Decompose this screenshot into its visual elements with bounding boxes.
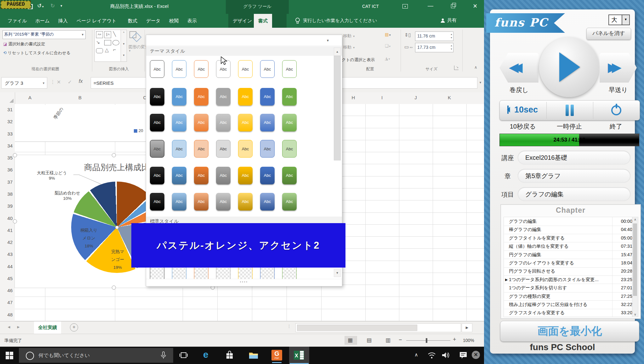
power-button[interactable]: [593, 101, 640, 120]
row-header-42[interactable]: 42: [0, 240, 13, 245]
chapter-scroll-thumb[interactable]: [633, 223, 637, 296]
tab-format[interactable]: 書式: [254, 14, 272, 28]
column-header-K[interactable]: K: [448, 95, 451, 100]
tab-4[interactable]: 数式: [123, 14, 142, 28]
style-swatch-r5-c6[interactable]: Abc: [260, 167, 275, 184]
name-box-dropdown-icon[interactable]: ▼: [42, 78, 45, 89]
edge-icon[interactable]: e: [203, 349, 208, 360]
tab-5[interactable]: データ: [142, 14, 165, 28]
style-swatch-r3-c7[interactable]: Abc: [282, 114, 297, 131]
qat-customize-icon[interactable]: ▾: [60, 4, 62, 8]
gallery-scroll-down[interactable]: ▼: [334, 269, 341, 277]
style-swatch-r2-c7[interactable]: Abc: [282, 88, 297, 106]
style-swatch-r5-c2[interactable]: Abc: [172, 167, 186, 184]
style-swatch-r4-c6[interactable]: Abc: [260, 140, 275, 158]
style-swatch-r1-c5[interactable]: Abc: [238, 60, 253, 78]
style-swatch-r4-c4[interactable]: Abc: [216, 140, 231, 158]
chart-handle-leftmid[interactable]: [13, 219, 17, 223]
zoom-out-icon[interactable]: −: [399, 337, 402, 343]
row-header-36[interactable]: 36: [0, 167, 13, 172]
task-view-icon[interactable]: [180, 351, 188, 361]
row-header-45[interactable]: 45: [0, 276, 13, 281]
horizontal-scrollbar[interactable]: [295, 323, 461, 332]
sheet-nav-right-icon[interactable]: ►: [16, 325, 20, 329]
style-swatch-r1-c6[interactable]: Abc: [260, 60, 275, 78]
zoom-slider-handle[interactable]: [426, 338, 427, 343]
chapter-row-1[interactable]: 棒グラフの編集04:40: [504, 225, 635, 234]
rewind-button[interactable]: ◀◀: [499, 53, 539, 83]
row-header-37[interactable]: 37: [0, 179, 13, 185]
gallery-resize-handle[interactable]: ••••: [146, 279, 342, 286]
tab-3[interactable]: ページ レイアウト: [72, 14, 121, 28]
chapter-row-5[interactable]: グラフのレイアウトを変更する18:04: [504, 259, 635, 268]
expand-formula-bar-icon[interactable]: ▼: [479, 81, 482, 84]
style-swatch-r4-c7[interactable]: Abc: [282, 140, 297, 158]
cortana-search-box[interactable]: 何でも聞いてください: [19, 348, 173, 363]
mic-icon[interactable]: [160, 351, 167, 361]
chapter-row-9[interactable]: グラフの種類の変更27:25: [504, 292, 635, 301]
row-header-47[interactable]: 47: [0, 300, 13, 305]
style-swatch-r2-c5[interactable]: Abc: [238, 88, 253, 106]
speaker-icon[interactable]: [442, 351, 450, 360]
select-all-corner[interactable]: [0, 92, 15, 104]
tab-7[interactable]: 表示: [183, 14, 201, 28]
gallery-more-icon[interactable]: ▼: [326, 39, 329, 42]
view-page-break-icon[interactable]: ▥: [385, 337, 390, 344]
chapter-row-2[interactable]: グラフタイトルを変更する05:00: [504, 234, 635, 243]
style-swatch-r6-c4[interactable]: Abc: [216, 193, 231, 211]
play-button[interactable]: [539, 37, 599, 97]
tellme-box[interactable]: 実行したい作業を入力してください: [303, 18, 377, 24]
style-swatch-r1-c1[interactable]: Abc: [150, 60, 164, 78]
progress-bar[interactable]: 24:53 / 41:13: [499, 134, 639, 146]
tray-close-icon[interactable]: ✕: [472, 351, 480, 359]
collapse-ribbon-icon[interactable]: ∧: [474, 65, 477, 70]
style-swatch-r1-c7[interactable]: Abc: [282, 60, 297, 78]
chapter-row-3[interactable]: 縦（値）軸の単位を変更する07:31: [504, 242, 635, 251]
style-swatch-r3-c6[interactable]: Abc: [260, 114, 275, 131]
row-header-44[interactable]: 44: [0, 264, 13, 269]
tab-splitter-dots[interactable]: ⁞: [288, 324, 290, 329]
start-button[interactable]: [6, 352, 13, 361]
hscroll-thumb[interactable]: [297, 325, 417, 331]
store-icon[interactable]: [225, 351, 234, 361]
style-swatch-r4-c2[interactable]: Abc: [172, 140, 186, 158]
row-header-38[interactable]: 38: [0, 191, 13, 197]
chapter-row-8[interactable]: 1つのデータ系列を切り出す27:01: [504, 284, 635, 292]
excel-taskbar-active[interactable]: X: [289, 347, 309, 364]
tray-chevron-icon[interactable]: ∧: [414, 352, 418, 358]
sheet-nav-left-icon[interactable]: ◄: [7, 325, 11, 329]
chapter-scroll-down-icon[interactable]: ∨: [632, 313, 638, 316]
row-header-31[interactable]: 31: [0, 107, 13, 112]
back-10sec-button[interactable]: ⏴ 10sec: [500, 101, 546, 120]
chart-handle-bottommid[interactable]: [112, 286, 116, 290]
wifi-icon[interactable]: [428, 352, 436, 360]
style-swatch-r3-c2[interactable]: Abc: [172, 114, 186, 131]
hscroll-right-arrow[interactable]: ▶: [462, 323, 472, 332]
chapter-row-7[interactable]: ▶1つのデータ系列の図形のスタイルを変更...23:25: [504, 275, 635, 284]
minimize-button[interactable]: —: [428, 3, 433, 9]
zoom-in-icon[interactable]: +: [453, 336, 456, 343]
ribbon-display-options-icon[interactable]: ▴: [402, 4, 408, 9]
row-header-43[interactable]: 43: [0, 251, 13, 257]
size-dialog-launcher[interactable]: ↘: [454, 66, 459, 70]
row-header-48[interactable]: 48: [0, 312, 13, 317]
style-swatch-r5-c4[interactable]: Abc: [216, 167, 231, 184]
new-sheet-button[interactable]: +: [70, 323, 78, 332]
undo-icon[interactable]: ↺▼: [37, 3, 44, 9]
style-swatch-r5-c3[interactable]: Abc: [194, 167, 208, 184]
row-header-46[interactable]: 46: [0, 288, 13, 293]
column-header-H[interactable]: H: [352, 95, 355, 100]
style-swatch-r3-c3[interactable]: Abc: [194, 114, 208, 131]
redo-icon[interactable]: ↻: [50, 3, 55, 9]
account-name[interactable]: CAT ICT: [362, 4, 379, 9]
column-header-J[interactable]: J: [414, 95, 417, 100]
view-normal-icon[interactable]: ▦: [348, 337, 353, 344]
tab-1[interactable]: ホーム: [31, 14, 54, 28]
style-swatch-r3-c1[interactable]: Abc: [150, 114, 164, 131]
style-swatch-r6-c2[interactable]: Abc: [172, 193, 186, 211]
chapter-row-10[interactable]: 積み上げ縦棒グラフに区分線を付ける32:22: [504, 300, 635, 309]
pdf-app-icon[interactable]: GPDF: [271, 350, 282, 361]
chapter-row-6[interactable]: 円グラフを回転させる20:28: [504, 267, 635, 276]
insert-function-icon[interactable]: fx: [79, 78, 83, 84]
row-header-35[interactable]: 35: [0, 155, 13, 160]
